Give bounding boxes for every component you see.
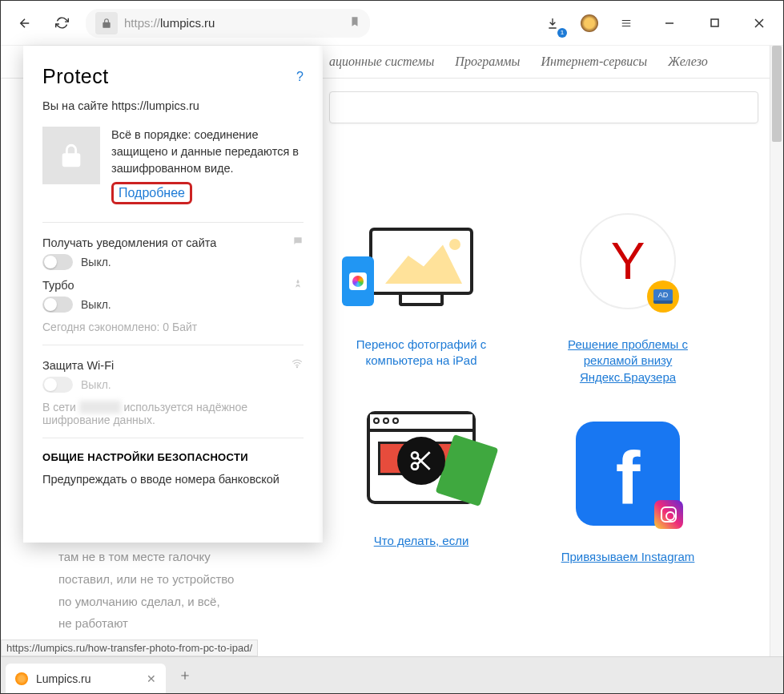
wifi-protect-label: Защита Wi-Fi <box>42 359 114 372</box>
svg-point-1 <box>412 452 418 458</box>
card-title[interactable]: Привязываем Instagram <box>561 549 695 565</box>
protect-popup: Protect ? Вы на сайте https://lumpics.ru… <box>23 46 323 543</box>
lock-icon[interactable] <box>95 12 118 34</box>
hover-link-status: https://lumpics.ru/how-transfer-photo-fr… <box>1 640 258 656</box>
browser-tab[interactable]: Lumpics.ru ✕ <box>6 664 166 694</box>
turbo-label: Турбо <box>42 279 74 292</box>
warn-card-entry: Предупреждать о вводе номера банковской <box>42 473 304 486</box>
svg-point-3 <box>296 367 297 368</box>
card-image: f <box>564 410 692 538</box>
toggle-state: Выкл. <box>81 298 111 311</box>
article-card[interactable]: Перенос фотографий с компьютера на iPad <box>337 197 505 369</box>
close-window-button[interactable] <box>746 10 772 36</box>
card-title[interactable]: Решение проблемы с рекламой внизу Яндекс… <box>544 337 712 385</box>
reload-button[interactable] <box>49 10 74 36</box>
wifi-network-text: В сети используется надёжное шифрование … <box>42 401 304 426</box>
window-controls <box>657 10 772 36</box>
notifications-toggle[interactable] <box>42 254 73 270</box>
turbo-toggle[interactable] <box>42 297 73 313</box>
downloads-button[interactable]: 1 <box>540 10 565 36</box>
connection-status-text: Всё в порядке: соединение защищено и дан… <box>111 127 304 177</box>
maximize-button[interactable] <box>702 10 727 36</box>
chat-icon <box>292 236 304 249</box>
turbo-saved-text: Сегодня сэкономлено: 0 Байт <box>42 321 304 333</box>
svg-rect-0 <box>711 19 718 26</box>
notifications-label: Получать уведомления от сайта <box>42 236 216 249</box>
close-tab-icon[interactable]: ✕ <box>147 672 156 685</box>
browser-toolbar: https://lumpics.ru 1 <box>1 1 783 46</box>
site-url-line: Вы на сайте https://lumpics.ru <box>42 99 304 112</box>
nav-item[interactable]: ационные системы <box>329 54 434 69</box>
download-count-badge: 1 <box>557 28 567 38</box>
article-card[interactable]: f Привязываем Instagram <box>544 410 712 565</box>
card-image <box>357 393 485 522</box>
back-button[interactable] <box>12 10 38 36</box>
tab-strip: Lumpics.ru ✕ <box>1 656 783 693</box>
help-icon[interactable]: ? <box>296 70 304 84</box>
url-text: https://lumpics.ru <box>124 16 215 30</box>
profile-avatar[interactable] <box>577 10 602 36</box>
wifi-icon <box>291 358 304 372</box>
rocket-icon <box>292 278 304 292</box>
favicon <box>15 672 28 685</box>
vertical-scrollbar[interactable] <box>770 46 783 656</box>
article-card[interactable]: Y AD Решение проблемы с рекламой внизу Я… <box>544 197 712 385</box>
svg-point-2 <box>412 463 418 470</box>
ad-badge-icon: AD <box>653 289 673 304</box>
card-title[interactable]: Перенос фотографий с компьютера на iPad <box>337 337 505 369</box>
lock-status-icon <box>42 127 100 184</box>
toggle-state: Выкл. <box>81 378 111 391</box>
nav-item[interactable]: Программы <box>455 54 520 69</box>
site-search-input[interactable] <box>329 91 758 123</box>
card-image: Y AD <box>564 197 692 325</box>
wifi-toggle <box>42 377 73 393</box>
menu-button[interactable] <box>613 10 639 36</box>
address-bar[interactable]: https://lumpics.ru <box>86 9 370 38</box>
security-section-header: ОБЩИЕ НАСТРОЙКИ БЕЗОПАСНОСТИ <box>42 451 304 463</box>
tab-title: Lumpics.ru <box>36 672 139 685</box>
new-tab-button[interactable] <box>172 663 198 688</box>
toggle-state: Выкл. <box>81 256 111 268</box>
nav-item[interactable]: Железо <box>668 54 708 69</box>
background-comment-text: там не в том месте галочку поставил, или… <box>58 546 235 635</box>
card-image <box>357 197 485 325</box>
nav-item[interactable]: Интернет-сервисы <box>541 54 647 69</box>
article-card[interactable]: Что делать, если <box>337 393 505 549</box>
minimize-button[interactable] <box>657 10 682 36</box>
bookmark-icon[interactable] <box>349 15 360 31</box>
card-title[interactable]: Что делать, если <box>374 533 469 549</box>
protect-title: Protect <box>42 65 109 88</box>
details-link[interactable]: Подробнее <box>111 182 192 204</box>
